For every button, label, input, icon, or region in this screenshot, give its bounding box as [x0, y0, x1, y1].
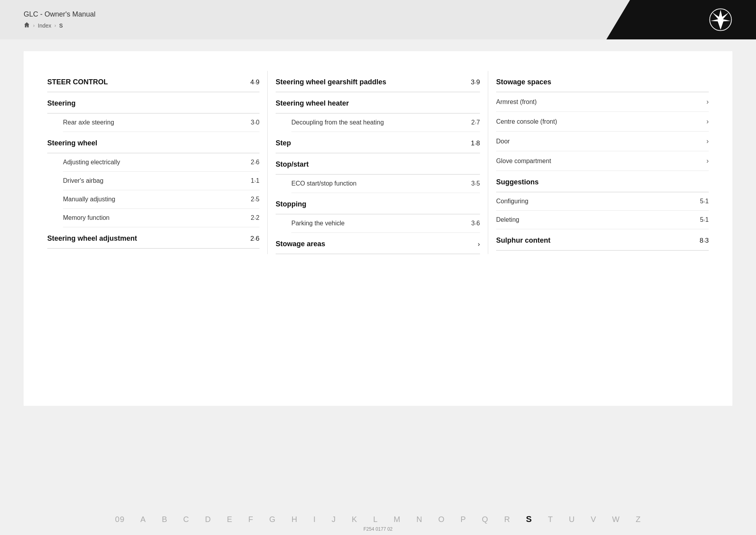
nav-j[interactable]: J	[332, 515, 336, 524]
nav-q[interactable]: Q	[482, 515, 489, 524]
centre-console-label: Centre console (front)	[496, 118, 557, 125]
nav-o[interactable]: O	[438, 515, 445, 524]
parking-vehicle-label: Parking the vehicle	[291, 220, 345, 227]
logo-area	[606, 0, 756, 39]
steering-heading: Steering	[47, 92, 259, 113]
nav-m[interactable]: M	[394, 515, 401, 524]
armrest-front-item[interactable]: Armrest (front) ›	[496, 92, 709, 112]
stopping-label: Stopping	[276, 200, 306, 208]
steering-wheel-heading: Steering wheel	[47, 132, 259, 153]
nav-n[interactable]: N	[416, 515, 422, 524]
nav-k[interactable]: K	[352, 515, 357, 524]
step-page: 1›8	[471, 139, 480, 147]
stowage-areas-header: Stowage areas ›	[276, 233, 480, 254]
glove-compartment-label: Glove compartment	[496, 158, 551, 165]
eco-start-stop-item[interactable]: ECO start/stop function 3›5	[291, 175, 480, 193]
stop-start-label: Stop/start	[276, 160, 309, 169]
manually-adjusting-item[interactable]: Manually adjusting 2›5	[63, 190, 259, 209]
armrest-front-label: Armrest (front)	[496, 98, 537, 106]
breadcrumb: › Index › S	[24, 22, 96, 29]
steering-wheel-adjustment-label: Steering wheel adjustment	[47, 234, 137, 243]
drivers-airbag-item[interactable]: Driver's airbag 1›1	[63, 172, 259, 190]
header: GLC - Owner's Manual › Index › S	[0, 0, 756, 39]
nav-i[interactable]: I	[313, 515, 316, 524]
stop-start-heading: Stop/start	[276, 153, 480, 175]
breadcrumb-sep-1: ›	[33, 23, 35, 28]
nav-r[interactable]: R	[504, 515, 510, 524]
nav-u[interactable]: U	[569, 515, 575, 524]
eco-start-stop-page: 3›5	[471, 180, 480, 187]
nav-f[interactable]: F	[248, 515, 254, 524]
home-icon[interactable]	[24, 22, 30, 29]
centre-console-item[interactable]: Centre console (front) ›	[496, 112, 709, 132]
sulphur-content-page: 8›3	[700, 237, 709, 245]
step-label: Step	[276, 139, 291, 147]
main-content: STEER CONTROL 4›9 Steering Rear axle ste…	[24, 51, 732, 406]
adjusting-electrically-item[interactable]: Adjusting electrically 2›6	[63, 153, 259, 172]
manually-adjusting-label: Manually adjusting	[63, 196, 115, 203]
eco-start-stop-label: ECO start/stop function	[291, 180, 356, 187]
suggestions-heading: Suggestions	[496, 171, 709, 192]
nav-c[interactable]: C	[183, 515, 189, 524]
glove-compartment-link: ›	[706, 157, 709, 165]
centre-console-link: ›	[706, 117, 709, 126]
nav-09[interactable]: 09	[115, 515, 124, 524]
nav-s[interactable]: S	[526, 514, 532, 524]
steer-control-header: STEER CONTROL 4›9	[47, 71, 259, 92]
door-item[interactable]: Door ›	[496, 132, 709, 151]
nav-p[interactable]: P	[460, 515, 466, 524]
door-link: ›	[706, 137, 709, 145]
sulphur-content-label: Sulphur content	[496, 236, 550, 245]
nav-w[interactable]: W	[612, 515, 620, 524]
stowage-spaces-header: Stowage spaces	[496, 71, 709, 92]
decoupling-seat-heating-label: Decoupling from the seat heating	[291, 119, 384, 126]
configuring-item[interactable]: Configuring 5›1	[496, 192, 709, 211]
index-columns: STEER CONTROL 4›9 Steering Rear axle ste…	[47, 71, 709, 254]
nav-a[interactable]: A	[141, 515, 146, 524]
stowage-areas-label: Stowage areas	[276, 240, 325, 248]
drivers-airbag-label: Driver's airbag	[63, 177, 104, 184]
steering-wheel-label: Steering wheel	[47, 139, 97, 147]
door-label: Door	[496, 138, 510, 145]
stowage-areas-page: ›	[478, 240, 480, 248]
configuring-page: 5›1	[700, 198, 709, 205]
decoupling-seat-heating-item[interactable]: Decoupling from the seat heating 2›7	[291, 113, 480, 132]
stopping-heading: Stopping	[276, 193, 480, 214]
drivers-airbag-page: 1›1	[251, 177, 259, 184]
column-2: Steering wheel gearshift paddles 3›9 Ste…	[268, 71, 488, 254]
rear-axle-steering-page: 3›0	[251, 119, 259, 126]
nav-l[interactable]: L	[373, 515, 378, 524]
breadcrumb-current: S	[59, 22, 63, 29]
glove-compartment-item[interactable]: Glove compartment ›	[496, 151, 709, 171]
nav-v[interactable]: V	[591, 515, 596, 524]
mercedes-star-logo	[709, 8, 732, 32]
rear-axle-steering-label: Rear axle steering	[63, 119, 114, 126]
parking-vehicle-page: 3›6	[471, 220, 480, 227]
suggestions-label: Suggestions	[496, 178, 539, 186]
column-1: STEER CONTROL 4›9 Steering Rear axle ste…	[47, 71, 268, 254]
parking-vehicle-item[interactable]: Parking the vehicle 3›6	[291, 214, 480, 233]
memory-function-item[interactable]: Memory function 2›2	[63, 209, 259, 227]
steer-control-label: STEER CONTROL	[47, 78, 108, 86]
nav-b[interactable]: B	[162, 515, 167, 524]
armrest-front-link: ›	[706, 98, 709, 106]
bottom-navigation: 09 A B C D E F G H I J K L M N O P Q R S…	[0, 503, 756, 535]
nav-t[interactable]: T	[548, 515, 553, 524]
nav-g[interactable]: G	[269, 515, 276, 524]
breadcrumb-index[interactable]: Index	[38, 22, 51, 29]
memory-function-page: 2›2	[251, 214, 259, 221]
deleting-item[interactable]: Deleting 5›1	[496, 211, 709, 229]
nav-d[interactable]: D	[205, 515, 211, 524]
rear-axle-steering-item[interactable]: Rear axle steering 3›0	[63, 113, 259, 132]
adjusting-electrically-page: 2›6	[251, 159, 259, 166]
step-header: Step 1›8	[276, 132, 480, 153]
nav-h[interactable]: H	[291, 515, 297, 524]
memory-function-label: Memory function	[63, 214, 109, 221]
manual-title: GLC - Owner's Manual	[24, 10, 96, 19]
breadcrumb-sep-2: ›	[54, 23, 56, 28]
nav-e[interactable]: E	[227, 515, 232, 524]
nav-z[interactable]: Z	[636, 515, 641, 524]
steering-wheel-adjustment-page: 2›6	[250, 235, 259, 243]
steering-wheel-heater-heading: Steering wheel heater	[276, 92, 480, 113]
gearshift-paddles-header: Steering wheel gearshift paddles 3›9	[276, 71, 480, 92]
